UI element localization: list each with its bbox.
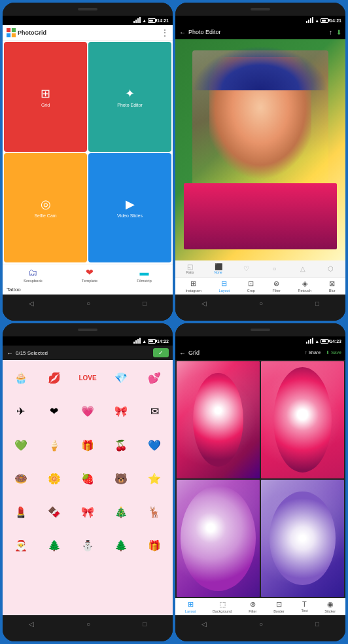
instagram-tool[interactable]: ⊞ Instagram bbox=[185, 279, 201, 293]
bottom-nav-3: ◁ ○ □ bbox=[3, 615, 173, 632]
ratio-tool[interactable]: ◱ Ratio bbox=[177, 262, 203, 275]
wifi-icon-3: ▲ bbox=[142, 339, 147, 344]
sticker-chocolate[interactable]: 🍫 bbox=[39, 497, 69, 528]
sticker-deer[interactable]: 🦌 bbox=[139, 497, 170, 528]
tile-video-slides[interactable]: ▶ Video Slides bbox=[88, 153, 171, 263]
blur-tool[interactable]: ⊠ Blur bbox=[329, 279, 336, 293]
status-bar-1: ▲ 14:21 bbox=[3, 16, 173, 25]
sticker-pine[interactable]: 🌲 bbox=[106, 530, 137, 561]
video-slides-icon: ▶ bbox=[126, 197, 135, 211]
home-button-3[interactable]: ○ bbox=[86, 620, 90, 628]
tile-photo-editor[interactable]: ✦ Photo Editor bbox=[88, 42, 171, 152]
recents-button-2[interactable]: □ bbox=[315, 300, 319, 307]
tile-selfie-cam[interactable]: ◎ Selfie Cam bbox=[4, 153, 87, 263]
panel-sticker-picker: ▲ 14:22 ← 0/15 Selected ✓ 🧁 💋 LOVE 💎 💕 ✈… bbox=[3, 323, 173, 641]
sticker-heart2[interactable]: 💗 bbox=[72, 396, 103, 427]
sticker-tree[interactable]: 🌲 bbox=[39, 530, 69, 561]
grid-sticker-tool[interactable]: ◉ Sticker bbox=[324, 600, 336, 613]
sticker-snowman[interactable]: ⛄ bbox=[72, 530, 103, 561]
heart-tool[interactable]: ♡ bbox=[233, 264, 260, 273]
confirm-button[interactable]: ✓ bbox=[153, 348, 169, 357]
none-tool[interactable]: ⬛ None bbox=[205, 262, 232, 275]
crop-label: Crop bbox=[247, 289, 255, 293]
recents-button-3[interactable]: □ bbox=[143, 620, 147, 628]
sticker-gift[interactable]: 🎁 bbox=[72, 429, 103, 460]
sticker-star[interactable]: ⭐ bbox=[139, 463, 170, 494]
logo-icon bbox=[7, 28, 16, 37]
retouch-tool[interactable]: ◈ Retouch bbox=[298, 279, 312, 293]
bottom-bezel-3 bbox=[3, 632, 173, 641]
status-bar-3: ▲ 14:22 bbox=[3, 336, 173, 346]
tile-video-slides-label: Video Slides bbox=[117, 213, 143, 218]
back-button-2[interactable]: ◁ bbox=[201, 300, 207, 307]
bottom-nav-4: ◁ ○ □ bbox=[175, 615, 345, 632]
sticker-circle[interactable]: 💙 bbox=[139, 429, 170, 460]
sticker-lips[interactable]: 💋 bbox=[39, 363, 69, 393]
tile-filmstrip[interactable]: ▬ Filmstrip bbox=[137, 267, 152, 283]
sticker-bow2[interactable]: 🎀 bbox=[72, 497, 103, 528]
screen-photogrid: PhotoGrid ⋮ ⊞ Grid ✦ Photo Editor ◎ Self… bbox=[3, 25, 173, 295]
filter-tool[interactable]: ⊗ Filter bbox=[273, 279, 281, 293]
recents-button-4[interactable]: □ bbox=[315, 620, 319, 628]
home-button-2[interactable]: ○ bbox=[259, 300, 263, 307]
grid-share-icon[interactable]: ↑ Share bbox=[305, 350, 321, 355]
screen-grid-editor: ← Grid ↑ Share ⬇ Save bbox=[175, 346, 345, 615]
tile-template[interactable]: ❤ Template bbox=[82, 267, 97, 283]
shape-tools: ◱ Ratio ⬛ None ♡ ○ △ ⬡ bbox=[175, 260, 345, 277]
share-icon[interactable]: ↑ bbox=[329, 29, 332, 36]
header-right: ↑ ⬇ bbox=[329, 29, 341, 36]
grid-save-button[interactable]: ⬇ Save bbox=[326, 350, 341, 355]
sticker-present[interactable]: 🎁 bbox=[139, 530, 170, 561]
sticker-diamond[interactable]: 💎 bbox=[106, 363, 137, 393]
tile-grid[interactable]: ⊞ Grid bbox=[4, 42, 87, 152]
speaker-3 bbox=[78, 329, 97, 331]
sticker-sun[interactable]: 🌼 bbox=[39, 463, 69, 494]
layout-label: Layout bbox=[219, 289, 230, 293]
sticker-donut[interactable]: 🍩 bbox=[5, 463, 36, 494]
grid-filter-icon: ⊗ bbox=[250, 600, 256, 609]
grid-filter-tool[interactable]: ⊗ Filter bbox=[249, 600, 256, 613]
sticker-letter[interactable]: ✉ bbox=[139, 396, 170, 427]
sticker-bow[interactable]: 🎀 bbox=[106, 396, 137, 427]
menu-button[interactable]: ⋮ bbox=[161, 28, 169, 37]
back-button[interactable]: ◁ bbox=[29, 300, 34, 307]
save-icon[interactable]: ⬇ bbox=[336, 29, 341, 36]
template-icon: ❤ bbox=[86, 267, 94, 277]
grid-background-tool[interactable]: ⬚ Background bbox=[213, 600, 232, 613]
sticker-paper-plane[interactable]: ✈ bbox=[5, 396, 36, 427]
recents-button[interactable]: □ bbox=[143, 300, 147, 307]
crop-tool[interactable]: ⊡ Crop bbox=[247, 279, 255, 293]
sticker-cherry[interactable]: 🍒 bbox=[106, 429, 137, 460]
sticker-ice-cream[interactable]: 🍦 bbox=[39, 429, 69, 460]
triangle-tool[interactable]: △ bbox=[289, 264, 316, 273]
hexagon-tool[interactable]: ⬡ bbox=[317, 264, 344, 273]
back-button-3[interactable]: ◁ bbox=[29, 620, 34, 628]
tile-scrapbook[interactable]: 🗂 Scrapbook bbox=[24, 267, 43, 283]
sticker-santa[interactable]: 🎅 bbox=[5, 530, 36, 561]
home-button[interactable]: ○ bbox=[86, 300, 90, 307]
sticker-cupcake[interactable]: 🧁 bbox=[5, 363, 36, 393]
grid-toolbar: ⊞ Layout ⬚ Background ⊗ Filter ⊡ Border … bbox=[175, 598, 345, 615]
circle-tool[interactable]: ○ bbox=[261, 264, 288, 273]
sticker-strawberry[interactable]: 🍓 bbox=[72, 463, 103, 494]
sticker-hearts[interactable]: 💕 bbox=[139, 363, 170, 393]
grid-back-icon[interactable]: ← bbox=[179, 349, 186, 357]
sticker-lipstick[interactable]: 💄 bbox=[5, 497, 36, 528]
sticker-heart3[interactable]: 💚 bbox=[5, 429, 36, 460]
filter-label: Filter bbox=[273, 289, 281, 293]
layout-tool[interactable]: ⊟ Layout bbox=[219, 279, 230, 293]
tile-photo-editor-label: Photo Editor bbox=[117, 103, 143, 107]
sticker-bear[interactable]: 🐻 bbox=[106, 463, 137, 494]
sticker-back-icon[interactable]: ← bbox=[7, 349, 13, 357]
home-button-4[interactable]: ○ bbox=[259, 620, 263, 628]
photo-3 bbox=[177, 480, 260, 597]
sticker-heart[interactable]: ❤ bbox=[39, 396, 69, 427]
sticker-love-text[interactable]: LOVE bbox=[72, 363, 103, 393]
grid-text-tool[interactable]: T Text bbox=[301, 600, 307, 613]
grid-layout-tool[interactable]: ⊞ Layout bbox=[185, 600, 196, 613]
grid-border-tool[interactable]: ⊡ Border bbox=[273, 600, 285, 613]
screen-photo-editor: ← Photo Editor ↑ ⬇ ◱ Ratio bbox=[175, 25, 345, 295]
back-button-4[interactable]: ◁ bbox=[201, 620, 207, 628]
sticker-xmas[interactable]: 🎄 bbox=[106, 497, 137, 528]
back-arrow-icon[interactable]: ← bbox=[179, 29, 186, 36]
